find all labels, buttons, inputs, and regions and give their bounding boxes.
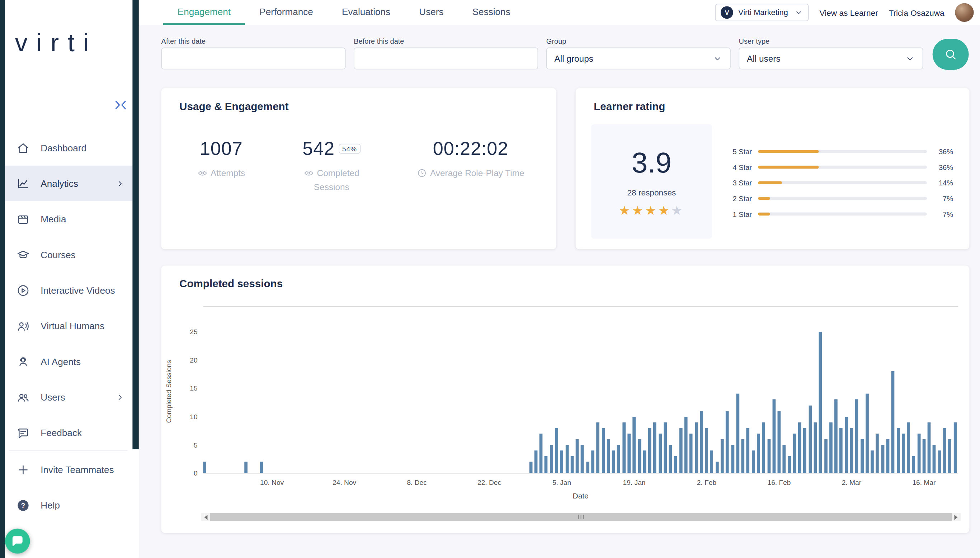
after-date-input[interactable]: [169, 53, 338, 64]
rating-bar-fill: [758, 212, 770, 215]
stat-value: 00:22:02: [402, 138, 539, 159]
chart-bar: [902, 433, 905, 473]
chart-bar: [788, 456, 791, 473]
sidebar-item-media[interactable]: Media: [5, 201, 132, 237]
scrollbar-grip: [583, 515, 584, 519]
chart-bar: [804, 428, 807, 473]
before-date-input[interactable]: [362, 53, 530, 64]
app-root: virti DashboardAnalyticsMediaCoursesInte…: [0, 0, 980, 558]
chart-bar: [778, 411, 781, 473]
main-content: EngagementPerformanceEvaluationsUsersSes…: [139, 0, 980, 558]
search-button[interactable]: [932, 39, 969, 70]
view-as-learner-link[interactable]: View as Learner: [820, 8, 878, 17]
x-axis-tick-label: 16. Mar: [902, 479, 946, 486]
chart-bar: [633, 416, 636, 473]
chart-bar: [927, 422, 931, 473]
x-axis-tick-label: 16. Feb: [757, 479, 801, 486]
organization-selector[interactable]: V Virti Marketing: [715, 3, 809, 21]
x-axis-title: Date: [203, 492, 958, 500]
sidebar-item-interactive-videos[interactable]: Interactive Videos: [5, 272, 132, 308]
x-axis-tick-label: 19. Jan: [612, 479, 656, 486]
chart-bar: [912, 456, 916, 473]
sidebar-item-feedback[interactable]: Feedback: [5, 415, 132, 450]
chart-bar: [772, 399, 776, 473]
rating-bar-track: [758, 166, 927, 169]
rating-row-label: 2 Star: [726, 195, 752, 202]
rating-bar-track: [758, 181, 927, 184]
chart-bar: [627, 433, 630, 473]
chart-bar: [757, 433, 760, 473]
rating-stars: ★★★★★: [591, 203, 712, 218]
scrollbar-grip: [578, 515, 579, 519]
chart-bar: [700, 411, 703, 473]
sidebar-item-invite-teammates[interactable]: Invite Teammates: [5, 452, 132, 487]
scrollbar-right-arrow[interactable]: [952, 513, 960, 521]
triangle-right-icon: [955, 515, 960, 520]
ai-agents-icon: [16, 354, 30, 368]
chart-bar: [896, 428, 900, 473]
user-type-label: User type: [739, 38, 923, 45]
scrollbar-left-arrow[interactable]: [201, 513, 210, 521]
rating-bar-fill: [758, 150, 819, 153]
learner-rating-card: Learner rating 3.9 28 responses ★★★★★ 5 …: [576, 88, 970, 249]
stat-value: 1007: [177, 138, 265, 159]
chart-bar: [685, 416, 688, 473]
stat-completed-sessions: 54254%Completed Sessions: [274, 138, 389, 194]
sidebar-item-label: AI Agents: [41, 356, 81, 367]
chart-bar: [762, 422, 765, 473]
chart-bar: [622, 422, 625, 473]
chart-bar: [742, 439, 745, 473]
stat-attempts: 1007Attempts: [177, 138, 265, 181]
chat-bubble-icon: [10, 533, 25, 549]
rating-card-title: Learner rating: [594, 101, 665, 113]
avatar[interactable]: [955, 3, 973, 22]
sidebar-scrollbar[interactable]: [132, 0, 138, 449]
topbar-right: V Virti Marketing View as Learner Tricia…: [715, 0, 974, 25]
chevron-right-icon: [115, 178, 125, 188]
sidebar-item-ai-agents[interactable]: AI Agents: [5, 343, 132, 379]
user-type-field: User type All users: [739, 38, 923, 70]
tab-engagement[interactable]: Engagement: [163, 0, 245, 25]
rating-row-2-star: 2 Star7%: [726, 190, 953, 206]
sidebar-item-courses[interactable]: Courses: [5, 237, 132, 272]
sidebar-item-label: Courses: [41, 249, 76, 260]
chart-bar: [721, 439, 724, 473]
tab-sessions[interactable]: Sessions: [458, 0, 525, 25]
sidebar-item-users[interactable]: Users: [5, 379, 132, 415]
chart-bar: [865, 394, 869, 473]
sidebar-collapse-toggle[interactable]: [113, 98, 128, 113]
chart-bar: [917, 433, 921, 473]
sidebar-item-dashboard[interactable]: Dashboard: [5, 130, 132, 165]
chart-bar: [783, 445, 786, 473]
chat-widget-button[interactable]: [5, 528, 30, 554]
rating-row-3-star: 3 Star14%: [726, 175, 953, 191]
sidebar-item-help[interactable]: ?Help: [5, 487, 132, 523]
chart-bar: [736, 394, 739, 473]
before-date-label: Before this date: [354, 38, 538, 45]
chart-bar: [793, 433, 796, 473]
group-select[interactable]: All groups: [546, 48, 731, 69]
sidebar-item-virtual-humans[interactable]: Virtual Humans: [5, 308, 132, 343]
group-label: Group: [546, 38, 731, 45]
chart-bar: [203, 461, 206, 473]
chart-bar: [643, 450, 647, 473]
chart-bar: [845, 416, 848, 473]
scrollbar-thumb[interactable]: [210, 513, 952, 521]
tab-evaluations[interactable]: Evaluations: [328, 0, 405, 25]
sidebar-nav: DashboardAnalyticsMediaCoursesInteractiv…: [0, 130, 132, 450]
y-axis-tick-label: 20: [175, 356, 198, 364]
chart-horizontal-scrollbar[interactable]: [201, 513, 960, 521]
rating-row-label: 3 Star: [726, 179, 752, 187]
chart-bar: [876, 433, 879, 473]
user-type-select[interactable]: All users: [739, 48, 923, 69]
triangle-left-icon: [202, 515, 208, 520]
tab-performance[interactable]: Performance: [245, 0, 328, 25]
chart-bar: [260, 461, 263, 473]
chart-bar: [954, 422, 957, 473]
tab-users[interactable]: Users: [405, 0, 458, 25]
chart-bar: [907, 422, 910, 473]
sidebar-item-analytics[interactable]: Analytics: [5, 166, 132, 201]
rating-row-percent: 7%: [933, 210, 953, 218]
rating-row-percent: 7%: [933, 195, 953, 202]
after-date-field: After this date: [161, 38, 346, 70]
